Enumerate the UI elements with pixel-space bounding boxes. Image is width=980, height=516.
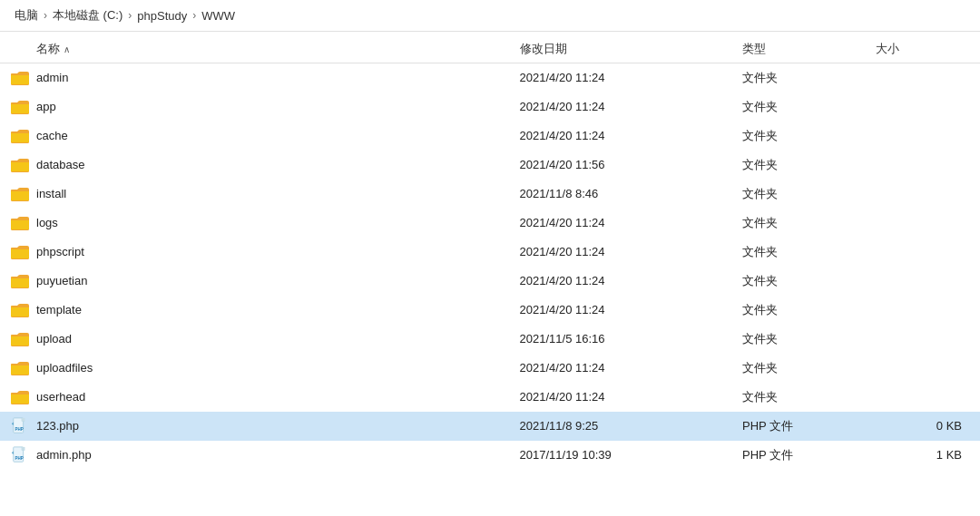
table-row[interactable]: cache2021/4/20 11:24文件夹 (0, 122, 980, 151)
breadcrumb-www[interactable]: WWW (201, 9, 235, 23)
file-date-cell: 2021/4/20 11:56 (513, 151, 735, 180)
file-type-cell: 文件夹 (735, 325, 868, 354)
php-file-icon: PHP (11, 446, 29, 464)
file-type-cell: 文件夹 (735, 122, 868, 151)
table-row[interactable]: app2021/4/20 11:24文件夹 (0, 92, 980, 122)
svg-rect-15 (11, 162, 29, 170)
file-name-label: admin.php (36, 448, 92, 462)
folder-icon (11, 129, 29, 143)
col-header-date[interactable]: 修改日期 (513, 35, 735, 63)
folder-icon (11, 71, 29, 85)
svg-rect-49 (22, 417, 25, 421)
file-date-cell: 2021/4/20 11:24 (513, 238, 735, 267)
file-size-cell: 0 KB (868, 412, 980, 441)
file-name-cell: template (0, 296, 513, 325)
file-date-cell: 2021/4/20 11:24 (513, 209, 735, 238)
svg-rect-35 (11, 307, 29, 316)
table-row[interactable]: database2021/4/20 11:56文件夹 (0, 151, 980, 180)
breadcrumb: 电脑 › 本地磁盘 (C:) › phpStudy › WWW (0, 0, 980, 32)
file-name-label: app (36, 100, 56, 113)
svg-rect-39 (11, 336, 29, 345)
file-date-cell: 2021/11/8 8:46 (513, 180, 735, 209)
file-name-label: uploadfiles (36, 361, 93, 375)
folder-icon (11, 245, 29, 259)
folder-icon (11, 158, 29, 172)
breadcrumb-phpstudy[interactable]: phpStudy (137, 9, 187, 23)
file-name-label: 123.php (36, 419, 79, 433)
svg-rect-53 (22, 446, 25, 450)
file-date-cell: 2021/4/20 11:24 (513, 383, 735, 412)
folder-icon (11, 390, 29, 404)
file-size-cell (868, 267, 980, 296)
table-row[interactable]: logs2021/4/20 11:24文件夹 (0, 209, 980, 238)
file-name-cell: phpscript (0, 238, 513, 267)
file-name-cell: puyuetian (0, 267, 513, 296)
col-header-name[interactable]: 名称 ∧ (0, 35, 513, 63)
breadcrumb-pc[interactable]: 电脑 (15, 7, 38, 24)
svg-rect-19 (11, 191, 29, 200)
file-date-cell: 2021/4/20 11:24 (513, 122, 735, 151)
file-type-cell: 文件夹 (735, 238, 868, 267)
file-date-cell: 2021/4/20 11:24 (513, 92, 735, 122)
file-name-cell: uploadfiles (0, 354, 513, 383)
file-name-label: database (36, 158, 85, 171)
file-name-cell: userhead (0, 383, 513, 412)
file-size-cell (868, 325, 980, 354)
table-row[interactable]: install2021/11/8 8:46文件夹 (0, 180, 980, 209)
table-row[interactable]: userhead2021/4/20 11:24文件夹 (0, 383, 980, 412)
table-row[interactable]: puyuetian2021/4/20 11:24文件夹 (0, 267, 980, 296)
file-name-label: puyuetian (36, 274, 87, 287)
file-name-cell: app (0, 92, 513, 122)
svg-rect-31 (11, 278, 29, 287)
file-size-cell (868, 92, 980, 122)
file-name-label: phpscript (36, 245, 84, 258)
table-row[interactable]: admin2021/4/20 11:24文件夹 (0, 63, 980, 92)
file-size-cell (868, 151, 980, 180)
file-name-cell: cache (0, 122, 513, 151)
file-size-cell (868, 383, 980, 412)
svg-text:PHP: PHP (15, 426, 24, 431)
file-date-cell: 2021/4/20 11:24 (513, 296, 735, 325)
folder-icon (11, 361, 29, 375)
file-name-cell: upload (0, 325, 513, 354)
folder-icon (11, 332, 29, 346)
file-date-cell: 2021/4/20 11:24 (513, 63, 735, 92)
file-name-cell: PHP 123.php (0, 412, 513, 441)
table-row[interactable]: PHP admin.php2017/11/19 10:39PHP 文件1 KB (0, 441, 980, 470)
table-row[interactable]: PHP 123.php2021/11/8 9:25PHP 文件0 KB (0, 412, 980, 441)
svg-marker-55 (12, 451, 14, 454)
file-size-cell (868, 354, 980, 383)
svg-rect-23 (11, 220, 29, 229)
svg-rect-47 (11, 394, 29, 403)
file-type-cell: PHP 文件 (735, 441, 868, 470)
breadcrumb-sep-1: › (44, 9, 47, 22)
file-date-cell: 2021/4/20 11:24 (513, 354, 735, 383)
table-row[interactable]: upload2021/11/5 16:16文件夹 (0, 325, 980, 354)
file-date-cell: 2021/11/5 16:16 (513, 325, 735, 354)
file-type-cell: 文件夹 (735, 296, 868, 325)
file-size-cell (868, 296, 980, 325)
file-type-cell: 文件夹 (735, 151, 868, 180)
table-row[interactable]: uploadfiles2021/4/20 11:24文件夹 (0, 354, 980, 383)
table-row[interactable]: template2021/4/20 11:24文件夹 (0, 296, 980, 325)
table-row[interactable]: phpscript2021/4/20 11:24文件夹 (0, 238, 980, 267)
file-date-cell: 2021/11/8 9:25 (513, 412, 735, 441)
breadcrumb-c[interactable]: 本地磁盘 (C:) (53, 7, 122, 24)
file-list-container: 名称 ∧ 修改日期 类型 大小 admin2021/4/20 11:2 (0, 32, 980, 472)
file-name-label: logs (36, 216, 58, 229)
col-header-size[interactable]: 大小 (868, 35, 980, 63)
file-size-cell: 1 KB (868, 441, 980, 470)
file-type-cell: PHP 文件 (735, 412, 868, 441)
file-name-label: install (36, 187, 66, 200)
file-type-cell: 文件夹 (735, 267, 868, 296)
folder-icon (11, 274, 29, 288)
file-type-cell: 文件夹 (735, 209, 868, 238)
svg-marker-51 (12, 422, 14, 425)
col-header-type[interactable]: 类型 (735, 35, 868, 63)
svg-rect-27 (11, 249, 29, 258)
file-name-label: userhead (36, 390, 85, 404)
file-name-cell: admin (0, 63, 513, 92)
php-file-icon: PHP (11, 417, 29, 435)
file-date-cell: 2021/4/20 11:24 (513, 267, 735, 296)
file-name-label: template (36, 303, 82, 316)
